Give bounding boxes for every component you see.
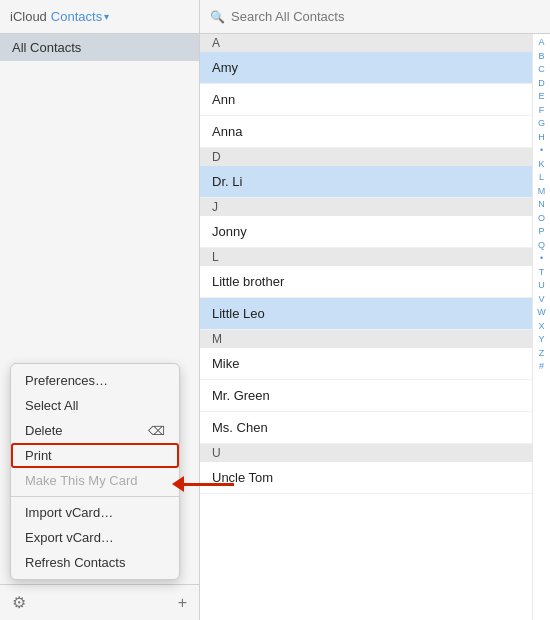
sidebar-footer: ⚙ + bbox=[0, 584, 199, 620]
index-letter-hash[interactable]: # bbox=[539, 360, 544, 374]
search-icon: 🔍 bbox=[210, 10, 225, 24]
contact-row[interactable]: Ms. Chen bbox=[200, 412, 532, 444]
index-letter-d[interactable]: D bbox=[538, 77, 545, 91]
index-letter-m[interactable]: M bbox=[538, 185, 546, 199]
section-header-u: U bbox=[200, 444, 532, 462]
contacts-label[interactable]: Contacts bbox=[51, 9, 102, 24]
print-arrow bbox=[172, 476, 234, 492]
contact-row[interactable]: Little Leo bbox=[200, 298, 532, 330]
menu-item-refresh-contacts[interactable]: Refresh Contacts bbox=[11, 550, 179, 575]
index-letter-l[interactable]: L bbox=[539, 171, 544, 185]
sidebar: All Contacts Preferences… Select All Del… bbox=[0, 34, 200, 620]
index-letter-b[interactable]: B bbox=[538, 50, 544, 64]
contacts-panel: A Amy Ann Anna D Dr. Li J Jonny L Little… bbox=[200, 34, 550, 620]
index-letter-g[interactable]: G bbox=[538, 117, 545, 131]
index-letter-a[interactable]: A bbox=[538, 36, 544, 50]
index-bar: A B C D E F G H • K L M N O P Q • T U V … bbox=[532, 34, 550, 620]
menu-item-print[interactable]: Print bbox=[11, 443, 179, 468]
section-header-j: J bbox=[200, 198, 532, 216]
contact-row[interactable]: Amy bbox=[200, 52, 532, 84]
sidebar-header: iCloud Contacts ▾ bbox=[0, 0, 200, 33]
icloud-label: iCloud bbox=[10, 9, 47, 24]
section-header-l: L bbox=[200, 248, 532, 266]
menu-item-export-vcard[interactable]: Export vCard… bbox=[11, 525, 179, 550]
index-letter-k[interactable]: K bbox=[538, 158, 544, 172]
search-bar: 🔍 bbox=[200, 0, 550, 33]
index-letter-u[interactable]: U bbox=[538, 279, 545, 293]
index-letter-t[interactable]: T bbox=[539, 266, 545, 280]
menu-item-delete[interactable]: Delete ⌫ bbox=[11, 418, 179, 443]
index-letter-c[interactable]: C bbox=[538, 63, 545, 77]
index-letter-o[interactable]: O bbox=[538, 212, 545, 226]
arrow-head-icon bbox=[172, 476, 184, 492]
section-header-d: D bbox=[200, 148, 532, 166]
add-contact-icon[interactable]: + bbox=[178, 594, 187, 612]
menu-item-import-vcard[interactable]: Import vCard… bbox=[11, 500, 179, 525]
chevron-down-icon[interactable]: ▾ bbox=[104, 11, 109, 22]
menu-item-make-my-card: Make This My Card bbox=[11, 468, 179, 493]
contact-row[interactable]: Mr. Green bbox=[200, 380, 532, 412]
index-letter-f[interactable]: F bbox=[539, 104, 545, 118]
main-content: All Contacts Preferences… Select All Del… bbox=[0, 34, 550, 620]
top-bar: iCloud Contacts ▾ 🔍 bbox=[0, 0, 550, 34]
section-header-m: M bbox=[200, 330, 532, 348]
menu-item-preferences[interactable]: Preferences… bbox=[11, 368, 179, 393]
index-dot-2: • bbox=[540, 252, 543, 266]
contact-row[interactable]: Ann bbox=[200, 84, 532, 116]
delete-icon: ⌫ bbox=[148, 424, 165, 438]
contact-row[interactable]: Dr. Li bbox=[200, 166, 532, 198]
context-menu: Preferences… Select All Delete ⌫ Print M… bbox=[10, 363, 180, 580]
menu-item-select-all[interactable]: Select All bbox=[11, 393, 179, 418]
index-letter-z[interactable]: Z bbox=[539, 347, 545, 361]
search-input[interactable] bbox=[231, 9, 540, 24]
sidebar-item-all-contacts[interactable]: All Contacts bbox=[0, 34, 199, 61]
index-letter-h[interactable]: H bbox=[538, 131, 545, 145]
index-letter-y[interactable]: Y bbox=[538, 333, 544, 347]
menu-divider bbox=[11, 496, 179, 497]
index-letter-e[interactable]: E bbox=[538, 90, 544, 104]
index-letter-x[interactable]: X bbox=[538, 320, 544, 334]
index-letter-n[interactable]: N bbox=[538, 198, 545, 212]
index-letter-v[interactable]: V bbox=[538, 293, 544, 307]
gear-icon[interactable]: ⚙ bbox=[12, 593, 26, 612]
index-dot-1: • bbox=[540, 144, 543, 158]
contact-row[interactable]: Anna bbox=[200, 116, 532, 148]
index-letter-q[interactable]: Q bbox=[538, 239, 545, 253]
contacts-list: A Amy Ann Anna D Dr. Li J Jonny L Little… bbox=[200, 34, 532, 620]
section-header-a: A bbox=[200, 34, 532, 52]
contact-row[interactable]: Mike bbox=[200, 348, 532, 380]
index-letter-w[interactable]: W bbox=[537, 306, 546, 320]
contact-row[interactable]: Little brother bbox=[200, 266, 532, 298]
index-letter-p[interactable]: P bbox=[538, 225, 544, 239]
contact-row[interactable]: Jonny bbox=[200, 216, 532, 248]
contact-row[interactable]: Uncle Tom bbox=[200, 462, 532, 494]
arrow-shaft bbox=[184, 483, 234, 486]
